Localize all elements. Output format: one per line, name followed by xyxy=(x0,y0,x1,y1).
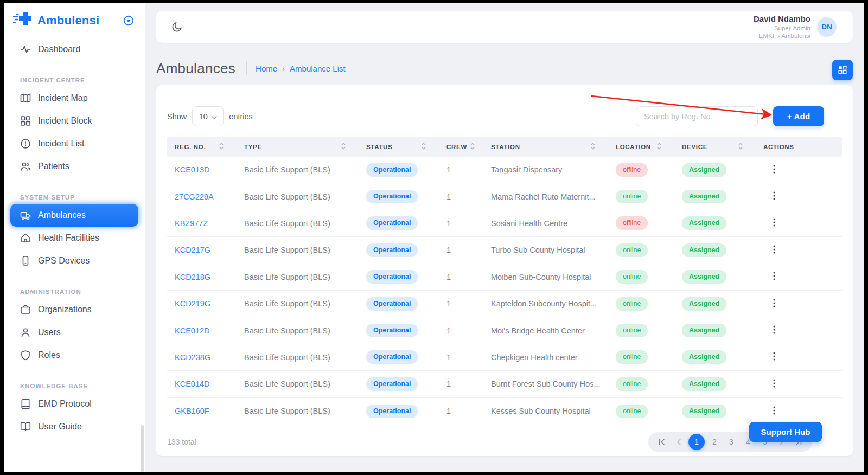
sidebar-collapse-toggle[interactable] xyxy=(122,14,135,27)
avatar[interactable]: DN xyxy=(817,17,837,37)
user-menu[interactable]: David Ndambo Super-Admin EMKF - Ambulens… xyxy=(754,14,837,40)
reg-no-link[interactable]: KCE012D xyxy=(175,326,244,335)
row-actions-menu-button[interactable] xyxy=(768,243,781,258)
dots-vertical-icon xyxy=(773,381,775,389)
status-cell: Operational xyxy=(366,377,446,391)
breadcrumb-current-link[interactable]: Ambulance List xyxy=(290,64,346,73)
status-badge: Operational xyxy=(366,216,418,230)
user-role: Super-Admin xyxy=(754,24,810,32)
column-header-station[interactable]: STATION xyxy=(491,143,616,151)
reg-no-link[interactable]: KCD217G xyxy=(175,246,244,254)
column-header-device[interactable]: DEVICE xyxy=(682,143,763,151)
column-header-reg-no-[interactable]: REG. NO. xyxy=(175,143,244,151)
sort-icon[interactable] xyxy=(219,143,224,151)
sidebar-item-ambulances[interactable]: Ambulances xyxy=(10,204,138,227)
search-input[interactable] xyxy=(636,106,758,126)
actions-cell xyxy=(763,243,842,258)
device-badge: Assigned xyxy=(682,297,726,311)
row-actions-menu-button[interactable] xyxy=(768,189,781,204)
table-row: GKB160FBasic Life Support (BLS)Operation… xyxy=(167,398,842,425)
row-actions-menu-button[interactable] xyxy=(768,350,781,364)
users-icon xyxy=(20,161,31,172)
sort-icon[interactable] xyxy=(591,143,595,151)
sidebar-section-header: SYSTEM SETUP xyxy=(4,190,145,204)
breadcrumb-home-link[interactable]: Home xyxy=(256,64,277,73)
status-badge: Operational xyxy=(366,270,418,284)
crew-cell: 1 xyxy=(446,407,491,415)
dots-vertical-icon xyxy=(773,247,775,255)
station-cell: Moiben Sub-County Hospital xyxy=(491,273,616,281)
support-hub-button[interactable]: Support Hub xyxy=(749,422,822,442)
sidebar-item-users[interactable]: Users xyxy=(4,321,145,344)
sidebar-item-organizations[interactable]: Organizations xyxy=(4,298,145,321)
location-cell: online xyxy=(616,243,682,257)
row-actions-menu-button[interactable] xyxy=(768,163,781,177)
sort-icon[interactable] xyxy=(738,143,743,151)
column-header-type[interactable]: TYPE xyxy=(244,143,366,151)
sort-icon[interactable] xyxy=(470,143,475,151)
sidebar-item-label: Patients xyxy=(38,162,69,171)
row-actions-menu-button[interactable] xyxy=(768,323,781,338)
page-size-select[interactable]: 10 xyxy=(192,106,224,126)
sidebar-item-label: Roles xyxy=(38,350,60,360)
add-ambulance-button[interactable]: + Add xyxy=(773,106,824,126)
sidebar-item-health-facilities[interactable]: Health Facilities xyxy=(4,227,145,249)
reg-no-link[interactable]: KCE014D xyxy=(175,380,244,388)
status-badge: Operational xyxy=(366,297,418,311)
row-actions-menu-button[interactable] xyxy=(768,269,781,284)
reg-no-link[interactable]: KCD219G xyxy=(175,299,244,308)
crew-cell: 1 xyxy=(446,353,491,362)
station-cell: Sosiani Health Centre xyxy=(491,219,616,228)
station-cell: Tangasir Dispensary xyxy=(491,165,616,174)
sidebar-item-roles[interactable]: Roles xyxy=(4,344,145,367)
reg-no-link[interactable]: KCD238G xyxy=(175,353,244,362)
location-cell: offline xyxy=(616,163,682,177)
row-actions-menu-button[interactable] xyxy=(768,216,781,230)
dots-vertical-icon xyxy=(773,220,775,228)
briefcase-icon xyxy=(20,304,31,315)
location-badge: online xyxy=(616,405,648,418)
pagination-first-button[interactable] xyxy=(655,435,669,449)
row-actions-menu-button[interactable] xyxy=(768,377,781,391)
row-actions-menu-button[interactable] xyxy=(768,404,781,419)
column-header-actions: ACTIONS xyxy=(763,144,842,150)
sort-icon[interactable] xyxy=(341,143,346,151)
dark-mode-toggle[interactable] xyxy=(170,20,184,34)
location-badge: offline xyxy=(616,216,648,230)
sort-icon[interactable] xyxy=(657,143,661,151)
dots-vertical-icon xyxy=(773,274,775,282)
reg-no-link[interactable]: KBZ977Z xyxy=(175,219,244,228)
reg-no-link[interactable]: KCE013D xyxy=(175,165,244,174)
sidebar-item-incident-map[interactable]: Incident Map xyxy=(4,87,145,110)
column-header-crew[interactable]: CREW xyxy=(446,143,491,151)
sidebar-item-emd-protocol[interactable]: EMD Protocol xyxy=(4,393,145,415)
crew-cell: 1 xyxy=(446,192,491,201)
device-badge: Assigned xyxy=(682,190,726,203)
sidebar-item-user-guide[interactable]: User Guide xyxy=(4,415,145,438)
pagination-page-3[interactable]: 3 xyxy=(724,435,738,449)
column-header-location[interactable]: LOCATION xyxy=(616,143,682,151)
row-actions-menu-button[interactable] xyxy=(768,297,781,311)
table-row: KCD218GBasic Life Support (BLS)Operation… xyxy=(167,264,842,291)
reg-no-link[interactable]: GKB160F xyxy=(175,407,244,415)
pagination-prev-button[interactable] xyxy=(672,435,686,449)
pagination-page-1[interactable]: 1 xyxy=(688,434,705,450)
pagination-page-2[interactable]: 2 xyxy=(707,435,722,449)
sidebar-item-label: Dashboard xyxy=(38,44,80,54)
sidebar-item-incident-list[interactable]: Incident List xyxy=(4,132,145,155)
sidebar-item-patients[interactable]: Patients xyxy=(4,155,145,178)
reg-no-link[interactable]: KCD218G xyxy=(175,273,244,281)
reg-no-link[interactable]: 27CG229A xyxy=(175,192,244,201)
status-badge: Operational xyxy=(366,405,418,418)
sidebar-scrollbar[interactable] xyxy=(141,425,144,472)
sidebar-item-gps-devices[interactable]: GPS Devices xyxy=(4,249,145,272)
column-header-status[interactable]: STATUS xyxy=(366,143,446,151)
grid-view-button[interactable] xyxy=(832,60,853,80)
sidebar-item-incident-block[interactable]: Incident Block xyxy=(4,110,145,132)
ambulensi-logo-icon xyxy=(12,11,32,30)
table-row: KBZ977ZBasic Life Support (BLS)Operation… xyxy=(167,210,842,237)
sidebar-item-dashboard[interactable]: Dashboard xyxy=(4,38,145,61)
table-row: KCE014DBasic Life Support (BLS)Operation… xyxy=(167,371,842,397)
sort-icon[interactable] xyxy=(422,143,426,151)
table-row: KCE012DBasic Life Support (BLS)Operation… xyxy=(167,317,842,344)
